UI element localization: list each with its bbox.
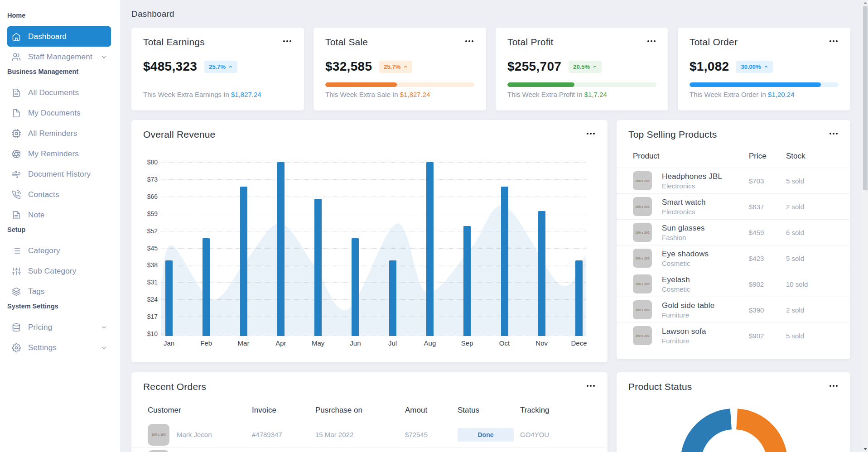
stat-badge-percent: 30.00% bbox=[741, 63, 761, 70]
sidebar-item-tags[interactable]: Tags bbox=[7, 281, 111, 302]
orders-col-tracking: Tracking bbox=[520, 406, 550, 415]
recent-orders-menu-button[interactable] bbox=[585, 383, 597, 389]
product-row: 200 x 200EyelashCosmetic$90210 sold bbox=[617, 271, 850, 297]
product-stock: 5 sold bbox=[786, 332, 804, 340]
order-status-badge: Done bbox=[458, 428, 514, 442]
stat-card-total-order: Total Order$1,08230.00%This Week Extra O… bbox=[678, 28, 850, 111]
donut-segment-blue bbox=[691, 419, 737, 452]
file-icon bbox=[12, 109, 21, 118]
stat-card-badge: 25.7% bbox=[204, 61, 237, 73]
stat-card-menu-button[interactable] bbox=[646, 38, 657, 44]
stat-card-value: $255,707 bbox=[507, 59, 561, 74]
chart-bar-dece bbox=[575, 260, 583, 336]
donut-segment-orange bbox=[737, 419, 777, 452]
phone-icon bbox=[12, 190, 21, 199]
chart-x-tick-label: Aug bbox=[414, 339, 446, 347]
sidebar-item-label: Sub Category bbox=[28, 267, 76, 276]
scrollbar-down-arrow-icon[interactable] bbox=[863, 448, 867, 450]
sliders-icon bbox=[12, 267, 21, 276]
product-thumbnail: 200 x 200 bbox=[633, 223, 652, 242]
chevron-down-icon bbox=[101, 344, 107, 351]
product-thumbnail: 200 x 200 bbox=[633, 249, 652, 268]
sidebar-item-label: Document History bbox=[28, 170, 91, 179]
products-table-body: 200 x 200Headphones JBLElectronics$7035 … bbox=[617, 168, 850, 348]
top-selling-products-menu-button[interactable] bbox=[828, 131, 839, 136]
chart-x-tick-label: Dece bbox=[563, 339, 595, 347]
product-stock: 6 sold bbox=[786, 229, 804, 236]
product-category: Electronics bbox=[662, 182, 722, 190]
recent-orders-title: Recent Orders bbox=[143, 381, 206, 392]
chart-bar-oct bbox=[501, 187, 508, 336]
sidebar-item-label: Contacts bbox=[28, 190, 59, 199]
order-tracking: GO4YOU bbox=[520, 431, 549, 438]
stat-card-menu-button[interactable] bbox=[828, 38, 839, 44]
sidebar-item-category[interactable]: Category bbox=[7, 240, 111, 261]
product-thumbnail: 200 x 200 bbox=[633, 171, 652, 190]
page-scrollbar[interactable] bbox=[863, 0, 868, 452]
sidebar-item-pricing[interactable]: Pricing bbox=[7, 317, 111, 337]
orders-col-invoice: Invoice bbox=[252, 406, 315, 415]
products-col-price: Price bbox=[749, 152, 786, 168]
chart-x-tick-label: Apr bbox=[265, 339, 297, 347]
product-stock: 5 sold bbox=[786, 255, 804, 262]
product-price: $459 bbox=[749, 229, 786, 236]
sidebar-item-my-documents[interactable]: My Documents bbox=[7, 103, 111, 123]
stat-card-badge: 25.7% bbox=[379, 61, 412, 73]
product-stock: 2 sold bbox=[786, 306, 804, 314]
sidebar-item-settings[interactable]: Settings bbox=[7, 337, 111, 358]
chart-x-tick-label: Jun bbox=[339, 339, 371, 347]
product-row: 200 x 200Sun glassesFashion$4596 sold bbox=[617, 219, 850, 245]
orders-table-header: Customer Invoice Pusrchase on Amout Stat… bbox=[131, 406, 608, 415]
sidebar-item-sub-category[interactable]: Sub Category bbox=[7, 261, 111, 281]
stat-badge-percent: 25.7% bbox=[384, 63, 400, 70]
gear-icon bbox=[12, 343, 21, 352]
order-row: 100 x 100Mark Jecon#478934715 Mar 2022$7… bbox=[131, 422, 608, 448]
aperture-icon bbox=[12, 149, 21, 159]
file-text-icon bbox=[12, 88, 21, 97]
sidebar-item-all-documents[interactable]: All Documents bbox=[7, 82, 111, 103]
product-status-card: Product Status bbox=[617, 372, 850, 452]
chart-bar-jun bbox=[352, 238, 359, 336]
scrollbar-thumb[interactable] bbox=[863, 6, 868, 190]
chart-bar-apr bbox=[277, 162, 285, 336]
product-category: Fashion bbox=[662, 234, 705, 241]
top-selling-products-card: Top Selling Products Product Price Stock… bbox=[617, 120, 850, 359]
stat-card-progress bbox=[325, 82, 474, 87]
chevron-up-icon bbox=[593, 64, 597, 69]
customer-avatar: 100 x 100 bbox=[148, 450, 169, 452]
stat-card-title: Total Earnings bbox=[143, 37, 205, 48]
stat-card-value: $1,082 bbox=[690, 59, 729, 74]
stat-card-value: $32,585 bbox=[325, 59, 372, 74]
sidebar-item-label: All Documents bbox=[28, 88, 79, 97]
product-row: 200 x 200Smart watchElectronics$8372 sol… bbox=[617, 193, 850, 219]
product-price: $703 bbox=[749, 177, 786, 185]
sidebar-item-contacts[interactable]: Contacts bbox=[7, 184, 111, 205]
sidebar-item-staff-management[interactable]: Staff Management bbox=[7, 47, 111, 67]
chevron-down-icon bbox=[101, 53, 107, 60]
sidebar-section-label: Setup bbox=[0, 225, 120, 234]
product-row: 200 x 200Headphones JBLElectronics$7035 … bbox=[617, 168, 850, 193]
scrollbar-up-arrow-icon[interactable] bbox=[863, 2, 867, 4]
sidebar-section-label: System Settings bbox=[0, 302, 120, 311]
chevron-down-icon bbox=[101, 324, 107, 331]
sidebar-item-my-reminders[interactable]: My Reminders bbox=[7, 144, 111, 164]
product-name: Gold side table bbox=[662, 301, 714, 310]
chart-x-tick-label: Jan bbox=[153, 339, 185, 347]
stat-card-menu-button[interactable] bbox=[463, 38, 475, 44]
chevron-up-icon bbox=[403, 64, 408, 69]
sidebar-item-document-history[interactable]: Document History bbox=[7, 164, 111, 184]
stat-card-progress bbox=[507, 82, 656, 87]
stat-card-title: Total Profit bbox=[507, 37, 554, 48]
sidebar-item-dashboard[interactable]: Dashboard bbox=[7, 26, 111, 47]
chart-x-tick-label: Mar bbox=[228, 339, 260, 347]
cpu-icon bbox=[12, 129, 21, 138]
sidebar-section: System SettingsPricingSettings bbox=[0, 302, 120, 358]
sidebar-item-all-reminders[interactable]: All Reminders bbox=[7, 123, 111, 144]
stat-card-menu-button[interactable] bbox=[281, 38, 293, 44]
layers-icon bbox=[12, 287, 21, 296]
stat-card-badge: 30.00% bbox=[736, 61, 772, 73]
wind-icon bbox=[12, 170, 21, 179]
chart-x-tick-label: Nov bbox=[526, 339, 558, 347]
home-icon bbox=[12, 32, 21, 41]
sidebar-item-note[interactable]: Note bbox=[7, 205, 111, 225]
